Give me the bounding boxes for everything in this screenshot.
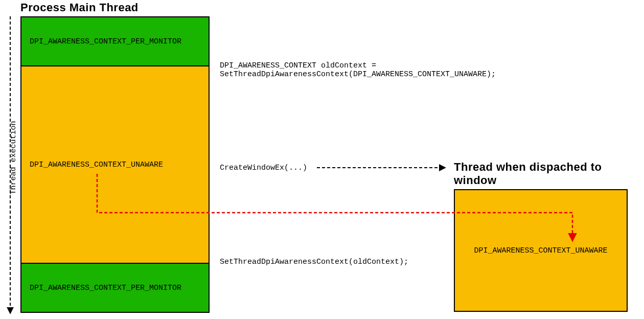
annotation-set-context-unaware: DPI_AWARENESS_CONTEXT oldContext = SetTh… <box>220 61 486 79</box>
thread-execution-label: Thread execution <box>9 121 18 194</box>
context-label: DPI_AWARENESS_CONTEXT_PER_MONITOR <box>30 37 181 46</box>
context-label: DPI_AWARENESS_CONTEXT_UNAWARE <box>30 161 163 169</box>
annotation-create-window: CreateWindowEx(...) <box>220 164 307 172</box>
context-per-monitor-segment-bottom: DPI_AWARENESS_CONTEXT_PER_MONITOR <box>21 263 209 312</box>
context-unaware-segment: DPI_AWARENESS_CONTEXT_UNAWARE <box>21 66 209 263</box>
window-thread-box: DPI_AWARENESS_CONTEXT_UNAWARE <box>454 189 628 312</box>
context-label: DPI_AWARENESS_CONTEXT_UNAWARE <box>474 246 607 255</box>
context-per-monitor-segment-top: DPI_AWARENESS_CONTEXT_PER_MONITOR <box>21 17 209 66</box>
annotation-restore-context: SetThreadDpiAwarenessContext(oldContext)… <box>220 258 455 266</box>
window-thread-heading: Thread when dispached to window <box>454 161 638 188</box>
main-thread-heading: Process Main Thread <box>20 1 139 14</box>
annotation-line: SetThreadDpiAwarenessContext(DPI_AWARENE… <box>220 70 486 79</box>
main-thread-column: DPI_AWARENESS_CONTEXT_PER_MONITOR DPI_AW… <box>20 16 210 313</box>
annotation-line: DPI_AWARENESS_CONTEXT oldContext = <box>220 61 486 70</box>
context-label: DPI_AWARENESS_CONTEXT_PER_MONITOR <box>30 284 181 292</box>
